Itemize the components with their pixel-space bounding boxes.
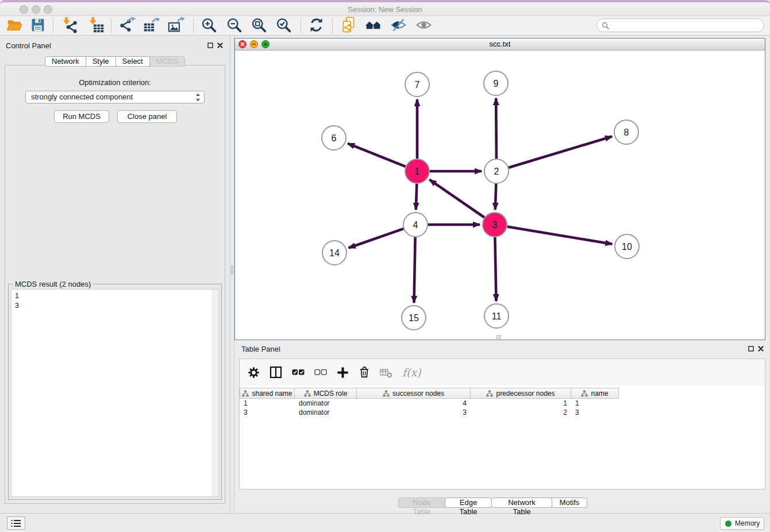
export-network-button[interactable] xyxy=(117,17,137,35)
graph-node-4[interactable]: 4 xyxy=(403,213,428,237)
function-builder-button[interactable]: f(x) xyxy=(402,366,421,379)
run-mcds-button[interactable]: Run MCDS xyxy=(54,110,109,123)
close-mcds-panel-button[interactable]: Close panel xyxy=(117,110,177,123)
table-cell: 3 xyxy=(357,408,471,417)
close-panel-button[interactable] xyxy=(217,42,224,49)
graph-node-1[interactable]: 1 xyxy=(405,159,429,183)
graph-edge-2-9[interactable] xyxy=(496,98,496,159)
export-table-button[interactable] xyxy=(141,17,161,35)
result-scrollbar[interactable] xyxy=(212,290,218,496)
graph-node-7[interactable]: 7 xyxy=(405,72,429,97)
open-session-button[interactable] xyxy=(5,17,24,35)
tab-motifs[interactable]: Motifs xyxy=(552,498,587,508)
optimization-criterion-select[interactable]: strongly connected component xyxy=(25,91,205,103)
network-maximize-button[interactable] xyxy=(261,40,270,48)
graph-node-11[interactable]: 11 xyxy=(484,304,509,328)
panel-splitter[interactable] xyxy=(230,36,234,513)
table-cell: 1 xyxy=(571,399,619,408)
tab-edge-table[interactable]: Edge Table xyxy=(445,498,492,508)
network-from-document-button[interactable] xyxy=(338,17,358,35)
optimization-criterion-label: Optimization criterion: xyxy=(0,78,230,87)
graph-node-3[interactable]: 3 xyxy=(483,213,507,237)
graph-node-8[interactable]: 8 xyxy=(614,120,638,144)
split-panel-icon xyxy=(270,366,282,379)
graph-node-9[interactable]: 9 xyxy=(484,71,508,95)
home-icon xyxy=(365,17,382,36)
add-column-button[interactable] xyxy=(337,367,349,379)
network-window-titlebar[interactable]: scc.txt xyxy=(235,38,765,51)
tab-network-table[interactable]: Network Table xyxy=(491,498,552,508)
export-image-button[interactable] xyxy=(166,17,186,35)
apply-layout-button[interactable] xyxy=(306,17,326,35)
zoom-selected-button[interactable] xyxy=(274,17,293,35)
graph-edge-2-3[interactable] xyxy=(495,184,496,210)
table-settings-button[interactable] xyxy=(248,367,260,379)
network-close-button[interactable] xyxy=(238,40,247,48)
select-all-button[interactable] xyxy=(292,366,305,379)
graph-node-label: 4 xyxy=(413,220,418,230)
tab-style[interactable]: Style xyxy=(86,56,116,67)
graph-edge-4-15[interactable] xyxy=(414,237,415,303)
column-header-name[interactable]: name xyxy=(571,388,619,399)
graph-edge-3-10[interactable] xyxy=(507,227,613,244)
delete-column-button[interactable] xyxy=(359,366,370,379)
graph-edge-3-11[interactable] xyxy=(495,237,496,301)
splitter-handle[interactable] xyxy=(231,265,233,275)
import-network-icon xyxy=(61,17,78,36)
save-session-button[interactable] xyxy=(28,17,47,35)
mcds-result-textarea[interactable]: 13 xyxy=(11,289,219,497)
tab-network[interactable]: Network xyxy=(45,56,86,67)
graph-node-14[interactable]: 14 xyxy=(322,241,346,265)
graph-edge-1-4[interactable] xyxy=(416,184,417,210)
show-panel-button[interactable] xyxy=(414,17,433,35)
plus-icon xyxy=(262,40,269,48)
status-bar: Memory xyxy=(0,513,770,532)
column-header-label: name xyxy=(591,390,608,398)
table-row[interactable]: 3dominator323 xyxy=(240,408,764,417)
canvas-splitter-handle[interactable] xyxy=(496,335,501,339)
float-panel-button[interactable] xyxy=(207,42,214,49)
column-header-shared-name[interactable]: shared name xyxy=(240,388,295,399)
home-button[interactable] xyxy=(363,17,383,35)
import-table-button[interactable] xyxy=(86,17,106,35)
eye-icon xyxy=(415,17,432,36)
task-history-button[interactable] xyxy=(7,516,25,530)
memory-status-icon xyxy=(725,521,732,527)
save-floppy-icon xyxy=(29,17,46,36)
zoom-fit-button[interactable] xyxy=(249,17,268,35)
search-input[interactable] xyxy=(612,20,759,30)
graph-node-10[interactable]: 10 xyxy=(615,234,639,259)
graph-edge-1-6[interactable] xyxy=(348,144,406,167)
column-type-icon xyxy=(242,390,249,397)
tab-mcds[interactable]: MCDS xyxy=(149,56,185,67)
optimization-criterion-value: strongly connected component xyxy=(31,92,133,101)
delete-table-button[interactable] xyxy=(380,367,392,379)
graph-node-15[interactable]: 15 xyxy=(402,306,426,330)
column-header-label: successor nodes xyxy=(392,390,444,398)
graph-edge-4-14[interactable] xyxy=(349,229,404,248)
graph-node-2[interactable]: 2 xyxy=(484,159,509,183)
deselect-all-button[interactable] xyxy=(314,366,327,379)
import-network-button[interactable] xyxy=(60,17,79,35)
zoom-in-button[interactable] xyxy=(199,17,218,35)
hide-panel-button[interactable] xyxy=(388,17,408,35)
table-row[interactable]: 1dominator411 xyxy=(240,399,764,408)
tab-select[interactable]: Select xyxy=(116,56,150,67)
table-cell: 3 xyxy=(571,408,619,417)
close-table-panel-button[interactable] xyxy=(757,345,764,352)
split-view-button[interactable] xyxy=(270,366,282,379)
zoom-out-button[interactable] xyxy=(224,17,244,35)
network-minimize-button[interactable] xyxy=(250,40,258,48)
network-canvas[interactable]: 7968124314101511 xyxy=(235,51,765,340)
column-header-predecessor-nodes[interactable]: predecessor nodes xyxy=(471,388,571,399)
toolbar-separator xyxy=(301,18,301,33)
memory-button[interactable]: Memory xyxy=(720,517,764,530)
float-table-panel-button[interactable] xyxy=(748,345,754,352)
graph-edge-2-8[interactable] xyxy=(509,137,612,168)
control-panel-tabs: NetworkStyleSelectMCDS xyxy=(45,56,185,67)
graph-node-6[interactable]: 6 xyxy=(322,126,346,150)
graph-edge-3-1[interactable] xyxy=(429,180,484,218)
column-header-successor-nodes[interactable]: successor nodes xyxy=(357,388,471,399)
column-header-mcds-role[interactable]: MCDS role xyxy=(295,388,357,399)
tab-node-table[interactable]: Node Table xyxy=(398,498,445,508)
